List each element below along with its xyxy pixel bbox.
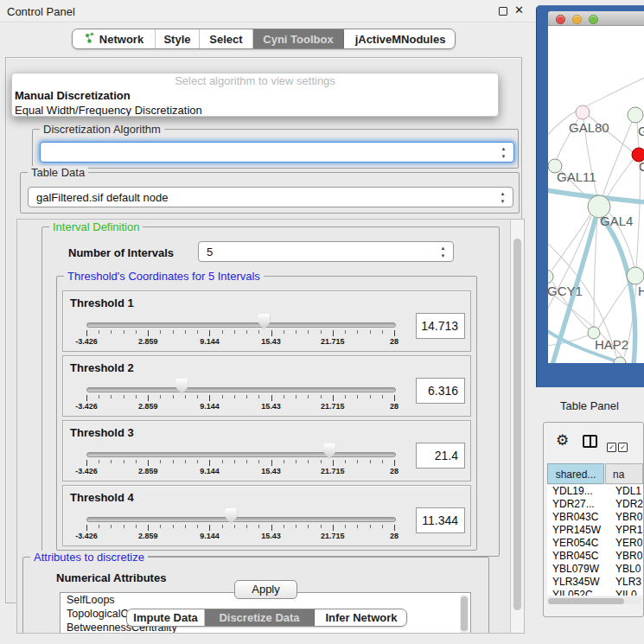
tick-mark bbox=[209, 460, 210, 466]
select-columns-icon[interactable]: ✓✓ bbox=[607, 437, 629, 453]
slider-tick-labels: -3.4262.8599.14415.4321.71528 bbox=[86, 467, 394, 476]
tick-label: -3.426 bbox=[75, 402, 98, 411]
tick-mark bbox=[333, 330, 334, 336]
tick-label: 2.859 bbox=[138, 402, 158, 411]
table-row[interactable]: YBL079WYBL0 bbox=[547, 563, 643, 576]
tab-jactivemnodules[interactable]: jActiveMNodules bbox=[344, 29, 456, 48]
tab-select[interactable]: Select bbox=[200, 29, 253, 48]
table-hscrollbar-thumb[interactable] bbox=[548, 598, 624, 604]
tick-mark bbox=[370, 330, 371, 334]
popup-option-manual[interactable]: Manual Discretization bbox=[12, 88, 498, 103]
close-panel-icon[interactable]: ✕ bbox=[514, 3, 524, 16]
cell-name: YER0 bbox=[610, 537, 642, 550]
panel-scrollbar[interactable] bbox=[510, 220, 524, 634]
gear-icon[interactable]: ⚙ bbox=[556, 431, 569, 450]
panel-scrollbar-thumb[interactable] bbox=[513, 239, 521, 610]
columns-icon[interactable] bbox=[583, 435, 597, 448]
slider-track[interactable] bbox=[86, 452, 396, 457]
table-row[interactable]: YLR345WYLR3 bbox=[547, 576, 643, 589]
tick-label: 9.144 bbox=[200, 337, 220, 346]
cell-shared-name: YBR045C bbox=[547, 550, 610, 563]
tick-label: 28 bbox=[390, 337, 399, 346]
tab-cyni-toolbox[interactable]: Cyni Toolbox bbox=[253, 29, 344, 48]
tab-discretize-data[interactable]: Discretize Data bbox=[205, 609, 315, 626]
algorithm-dropdown-popup: Select algorithm to view settings Manual… bbox=[11, 73, 499, 117]
network-canvas[interactable]: GAL80GACGAL11GAL4GCY1HHAP2 bbox=[548, 26, 644, 363]
threshold-value-field[interactable]: 6.316 bbox=[416, 378, 465, 404]
tick-label: -3.426 bbox=[75, 532, 98, 540]
tick-label: 21.715 bbox=[321, 402, 345, 411]
tick-mark bbox=[333, 395, 334, 401]
table-row[interactable]: YDL19...YDL1 bbox=[547, 485, 643, 498]
table-hscrollbar[interactable] bbox=[547, 597, 641, 604]
tick-mark bbox=[86, 330, 87, 336]
tick-mark bbox=[136, 330, 137, 334]
table-row[interactable]: YIL052CYIL0 bbox=[547, 589, 643, 596]
algorithm-combobox[interactable]: ▲▼ bbox=[40, 142, 514, 163]
network-edge bbox=[577, 78, 644, 111]
tick-mark bbox=[382, 525, 383, 528]
column-header-name[interactable]: na bbox=[605, 463, 643, 484]
tick-mark bbox=[345, 525, 346, 528]
cell-name: YBL0 bbox=[610, 563, 641, 576]
numerical-attributes-label: Numerical Attributes bbox=[56, 571, 166, 584]
tick-mark bbox=[124, 525, 124, 528]
tick-mark bbox=[111, 330, 112, 334]
node-label-ga: GA bbox=[638, 124, 644, 138]
slider-track[interactable] bbox=[86, 517, 396, 522]
zoom-traffic-light-icon[interactable] bbox=[589, 15, 598, 24]
tick-mark bbox=[246, 525, 247, 528]
tick-mark bbox=[345, 395, 346, 399]
slider-track[interactable] bbox=[86, 387, 396, 392]
tick-mark bbox=[258, 395, 259, 399]
table-row[interactable]: YBR043CYBR0 bbox=[547, 511, 643, 524]
tick-mark bbox=[258, 330, 259, 334]
network-graph[interactable]: GAL80GACGAL11GAL4GCY1HHAP2 bbox=[548, 26, 644, 363]
tick-mark bbox=[124, 395, 124, 399]
popup-hint-item[interactable]: Select algorithm to view settings bbox=[12, 73, 498, 88]
column-header-shared-name[interactable]: shared... bbox=[547, 463, 604, 484]
number-of-intervals-spinner[interactable]: 5 ▲▼ bbox=[198, 241, 454, 262]
tick-mark bbox=[86, 395, 87, 401]
threshold-value-field[interactable]: 11.344 bbox=[416, 507, 465, 533]
threshold-value-field[interactable]: 21.4 bbox=[416, 443, 465, 469]
network-node-green[interactable] bbox=[627, 267, 644, 284]
slider-track[interactable] bbox=[86, 322, 396, 328]
node-label-gal4: GAL4 bbox=[600, 214, 633, 228]
tick-mark bbox=[357, 460, 358, 463]
popup-option-equal-width[interactable]: Equal Width/Frequency Discretization bbox=[12, 103, 498, 117]
cell-shared-name: YDL19... bbox=[547, 485, 610, 498]
network-node-pink[interactable] bbox=[576, 105, 590, 119]
table-row[interactable]: YPR145WYPR1 bbox=[547, 524, 643, 537]
list-scrollbar[interactable] bbox=[460, 595, 469, 634]
tick-mark bbox=[197, 330, 198, 334]
minimize-traffic-light-icon[interactable] bbox=[572, 15, 582, 24]
table-row[interactable]: YDR27...YDR2 bbox=[547, 498, 643, 511]
tab-impute-data[interactable]: Impute Data bbox=[127, 609, 205, 626]
tab-style[interactable]: Style bbox=[156, 29, 200, 48]
tick-mark bbox=[234, 460, 235, 463]
tick-mark bbox=[321, 460, 322, 463]
tab-infer-network[interactable]: Infer Network bbox=[315, 609, 407, 626]
tick-mark bbox=[258, 525, 259, 528]
node-label-hap2: HAP2 bbox=[595, 337, 628, 352]
network-node-green[interactable] bbox=[548, 270, 553, 284]
node-label-gcy1: GCY1 bbox=[548, 284, 583, 298]
tick-mark bbox=[382, 330, 383, 334]
close-traffic-light-icon[interactable] bbox=[556, 15, 565, 24]
tick-label: 15.43 bbox=[261, 532, 281, 540]
apply-button[interactable]: Apply bbox=[234, 580, 297, 599]
table-panel: ⚙ ✓✓ shared... na YDL19...YDL1YDR27...YD… bbox=[543, 422, 644, 617]
tab-network[interactable]: Network bbox=[73, 29, 156, 48]
table-row[interactable]: YBR045CYBR0 bbox=[547, 550, 643, 563]
network-node-green[interactable] bbox=[628, 107, 643, 123]
threshold-value-field[interactable]: 14.713 bbox=[416, 313, 465, 339]
network-node-green[interactable] bbox=[614, 357, 626, 363]
float-panel-icon[interactable] bbox=[499, 7, 507, 16]
table-row[interactable]: YER054CYER0 bbox=[547, 537, 643, 550]
tick-mark bbox=[234, 395, 235, 399]
tab-label: Discretize Data bbox=[219, 611, 299, 624]
network-window-titlebar[interactable] bbox=[548, 11, 644, 26]
table-data-combobox[interactable]: galFiltered.sif default node ▲▼ bbox=[28, 187, 513, 207]
list-scrollbar-thumb[interactable] bbox=[461, 596, 468, 631]
